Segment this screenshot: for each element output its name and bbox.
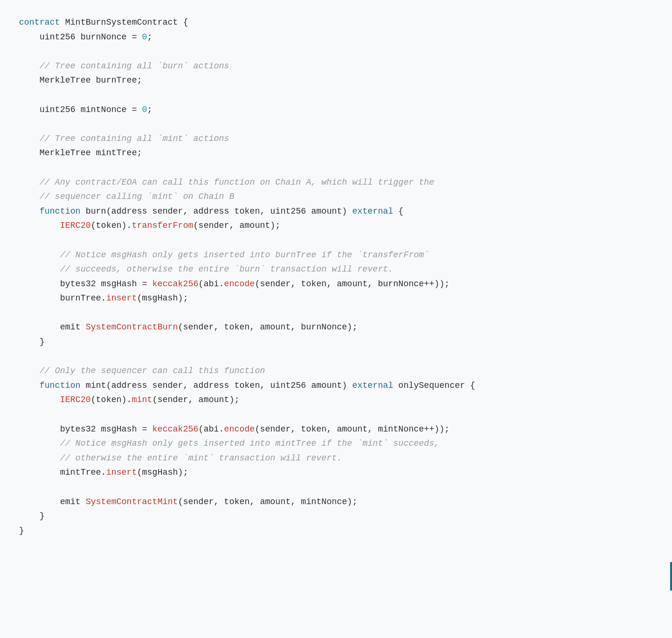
emit-name-burn: SystemContractBurn bbox=[85, 322, 177, 332]
comment-3: // Any contract/EOA can call this functi… bbox=[39, 178, 434, 187]
keyword-function-mint: function bbox=[39, 381, 80, 390]
comment-7: // Only the sequencer can call this func… bbox=[39, 366, 265, 375]
keccak256-call-mint: keccak256 bbox=[152, 424, 198, 434]
encode-call-burn: encode bbox=[224, 279, 255, 289]
keyword-external-burn: external bbox=[352, 206, 393, 216]
comment-9: // otherwise the entire `mint` transacti… bbox=[60, 453, 342, 463]
keyword-function-burn: function bbox=[39, 206, 80, 216]
close-burn: } bbox=[39, 337, 45, 347]
line-10: MerkleTree mintTree; bbox=[39, 148, 142, 158]
keccak256-call-burn: keccak256 bbox=[152, 279, 198, 289]
close-mint: } bbox=[39, 511, 45, 521]
mint-call: mint bbox=[132, 395, 152, 404]
ierc20-call-mint: IERC20 bbox=[60, 395, 91, 404]
ierc20-call-burn: IERC20 bbox=[60, 221, 91, 230]
num-0b: 0 bbox=[142, 105, 147, 114]
comment-2: // Tree containing all `mint` actions bbox=[39, 134, 229, 143]
encode-call-mint: encode bbox=[224, 424, 255, 434]
line-2: uint256 burnNonce = bbox=[39, 32, 142, 42]
emit-name-mint: SystemContractMint bbox=[85, 497, 177, 507]
emit-burn: emit bbox=[60, 322, 85, 332]
bytes32-msghash-burn: bytes32 msgHash = bbox=[60, 279, 152, 289]
minttree-insert: mintTree. bbox=[60, 468, 106, 477]
code-block: contract MintBurnSystemContract { uint25… bbox=[19, 15, 653, 538]
comment-5: // Notice msgHash only gets inserted int… bbox=[60, 250, 429, 260]
comment-8: // Notice msgHash only gets inserted int… bbox=[60, 439, 439, 448]
transferfrom-call: transferFrom bbox=[132, 221, 194, 230]
code-container: contract MintBurnSystemContract { uint25… bbox=[0, 0, 672, 638]
keyword-external-mint: external bbox=[352, 381, 393, 390]
comment-4: // sequencer calling `mint` on Chain B bbox=[39, 192, 234, 201]
line-7: uint256 mintNonce = bbox=[39, 105, 142, 114]
contract-name: MintBurnSystemContract { bbox=[65, 18, 188, 27]
keyword-contract: contract bbox=[19, 18, 60, 27]
close-contract: } bbox=[19, 526, 24, 535]
insert-call-burn: insert bbox=[106, 293, 137, 303]
bytes32-msghash-mint: bytes32 msgHash = bbox=[60, 424, 152, 434]
mint-signature: mint(address sender, address token, uint… bbox=[81, 381, 353, 390]
burn-signature: burn(address sender, address token, uint… bbox=[81, 206, 353, 216]
insert-call-mint: insert bbox=[106, 468, 137, 477]
emit-mint: emit bbox=[60, 497, 85, 507]
comment-1: // Tree containing all `burn` actions bbox=[39, 61, 229, 71]
burntree-insert: burnTree. bbox=[60, 293, 106, 303]
comment-6: // succeeds, otherwise the entire `burn`… bbox=[60, 264, 393, 274]
scrollbar-indicator[interactable] bbox=[670, 562, 672, 591]
line-5: MerkleTree burnTree; bbox=[39, 75, 142, 85]
num-0: 0 bbox=[142, 32, 147, 42]
